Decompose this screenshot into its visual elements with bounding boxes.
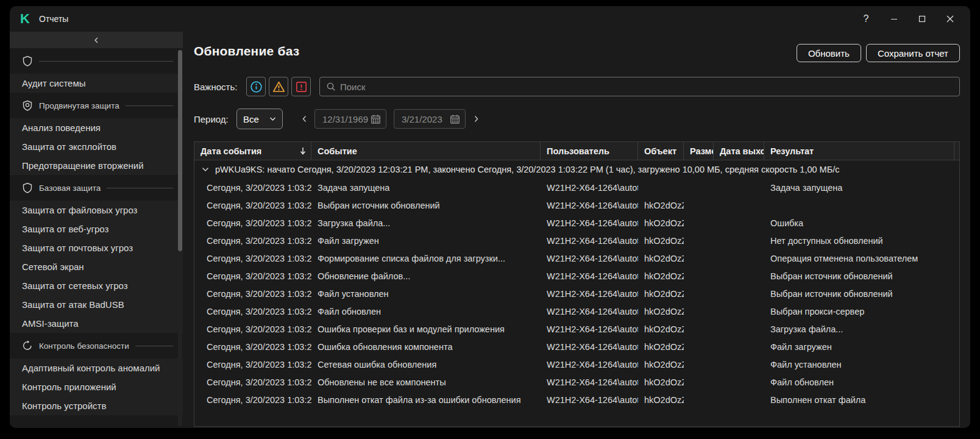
- cell-result: Файл установлен: [770, 360, 842, 369]
- cell-event-date: Сегодня, 3/20/2023 1:03:21 PM: [207, 236, 311, 246]
- cell-result: Файл загружен: [770, 342, 832, 352]
- sidebar-item[interactable]: Защита от почтовых угроз: [10, 238, 183, 257]
- cell-event-date: Сегодня, 3/20/2023 1:03:21 PM: [207, 254, 311, 263]
- column-header-event-date[interactable]: Дата события: [194, 142, 311, 160]
- group-divider-line: [126, 105, 173, 106]
- sidebar-item[interactable]: Сетевой экран: [10, 257, 183, 276]
- column-header-object[interactable]: Объект: [638, 142, 684, 160]
- cell-event-date: Сегодня, 3/20/2023 1:03:21 PM: [207, 324, 311, 334]
- calendar-icon: [371, 114, 381, 124]
- close-icon: [946, 15, 954, 23]
- period-next-button[interactable]: [469, 115, 483, 123]
- severity-info-button[interactable]: [246, 77, 266, 96]
- refresh-button[interactable]: Обновить: [797, 44, 861, 62]
- maximize-button[interactable]: [908, 6, 936, 32]
- table-row[interactable]: Сегодня, 3/20/2023 1:03:21 PM Обновлены …: [194, 373, 959, 391]
- minimize-icon: [890, 15, 898, 23]
- minimize-button[interactable]: [880, 6, 908, 32]
- cell-result: Операция отменена пользователем: [770, 254, 918, 263]
- table-row[interactable]: Сегодня, 3/20/2023 1:03:21 PM Формирован…: [194, 249, 959, 267]
- cell-object: hkO2dOzZ: [644, 254, 684, 263]
- sidebar-item[interactable]: Анализ поведения: [10, 118, 183, 137]
- sidebar-group-header: Продвинутая защита: [10, 98, 183, 113]
- column-header-result[interactable]: Результат: [764, 142, 954, 160]
- page-title: Обновление баз: [194, 44, 299, 59]
- sidebar-item[interactable]: Защита от атак BadUSB: [10, 295, 183, 314]
- table-row[interactable]: Сегодня, 3/20/2023 1:03:21 PM Файл загру…: [194, 232, 959, 249]
- table-row[interactable]: Сегодня, 3/20/2023 1:03:21 PM Ошибка обн…: [194, 338, 959, 355]
- cell-object: hkO2dOzZ: [644, 201, 684, 210]
- sidebar-item[interactable]: Контроль устройств: [10, 396, 183, 415]
- cell-event: Загрузка файла...: [318, 218, 390, 228]
- cell-user: W21H2-X64-1264\autotester: [547, 271, 638, 281]
- cell-object: hkO2dOzZ: [644, 360, 684, 369]
- sidebar-item[interactable]: Адаптивный контроль аномалий: [10, 359, 183, 377]
- date-to-input[interactable]: 3/21/2023: [394, 109, 466, 129]
- table-row[interactable]: Сегодня, 3/20/2023 1:03:21 PM Сетевая ош…: [194, 355, 959, 373]
- column-header-event[interactable]: Событие: [311, 142, 541, 160]
- period-prev-button[interactable]: [297, 115, 311, 123]
- table-row[interactable]: Сегодня, 3/20/2023 1:03:21 PM Обновление…: [194, 267, 959, 285]
- close-button[interactable]: [936, 6, 964, 32]
- sidebar-scrollbar-thumb[interactable]: [178, 50, 182, 251]
- title-bar: K Отчеты ?: [10, 6, 970, 32]
- column-header-release-date[interactable]: Дата выхода: [714, 142, 764, 160]
- sidebar-item[interactable]: Защита от веб-угроз: [10, 220, 183, 238]
- table-row[interactable]: Сегодня, 3/20/2023 1:03:21 PM Выбран ист…: [194, 196, 959, 214]
- column-header-user[interactable]: Пользователь: [541, 142, 638, 160]
- sidebar-scrollbar[interactable]: [178, 50, 182, 426]
- sidebar-group: Продвинутая защита Анализ поведения Защи…: [10, 98, 183, 175]
- help-button[interactable]: ?: [852, 6, 880, 32]
- table-row[interactable]: Сегодня, 3/20/2023 1:03:21 PM Задача зап…: [194, 179, 959, 196]
- cell-user: W21H2-X64-1264\autotester: [547, 377, 638, 387]
- cell-event: Файл обновлен: [318, 307, 381, 316]
- cell-event-date: Сегодня, 3/20/2023 1:03:21 PM: [207, 377, 311, 387]
- table-row[interactable]: Сегодня, 3/20/2023 1:03:21 PM Выполнен о…: [194, 391, 959, 409]
- sidebar-item[interactable]: Контроль приложений: [10, 377, 183, 396]
- sidebar-collapse-button[interactable]: [10, 32, 183, 48]
- sidebar-group-label: Контроль безопасности: [39, 341, 129, 351]
- column-header-size[interactable]: Размер: [684, 142, 714, 160]
- table-row[interactable]: Сегодня, 3/20/2023 1:03:21 PM Файл устан…: [194, 285, 959, 302]
- date-from-value: 12/31/1969: [322, 114, 368, 124]
- cell-event-date: Сегодня, 3/20/2023 1:03:21 PM: [207, 183, 311, 193]
- save-report-button[interactable]: Сохранить отчет: [866, 44, 960, 62]
- cell-result: Загрузка файла...: [770, 324, 843, 334]
- sidebar-item[interactable]: Аудит системы: [10, 74, 183, 93]
- group-divider-line: [107, 188, 173, 188]
- chevron-down-icon[interactable]: [202, 167, 209, 172]
- cell-object: hkO2dOzZ: [644, 236, 684, 246]
- cell-event-date: Сегодня, 3/20/2023 1:03:21 PM: [207, 218, 311, 228]
- task-group-summary: pWKUa9KS: начато Сегодня, 3/20/2023 12:0…: [215, 165, 839, 174]
- cell-event: Задача запущена: [318, 183, 389, 193]
- sidebar-item[interactable]: Защита от эксплойтов: [10, 137, 183, 156]
- sidebar-item[interactable]: Защита от файловых угроз: [10, 201, 183, 220]
- sidebar-item[interactable]: Предотвращение вторжений: [10, 156, 183, 175]
- sidebar-group-label: Базовая защита: [39, 184, 101, 193]
- date-to-value: 3/21/2023: [402, 114, 442, 124]
- cell-user: W21H2-X64-1264\autotester: [547, 395, 638, 405]
- sidebar-item[interactable]: AMSI-защита: [10, 314, 183, 333]
- task-group-row[interactable]: pWKUa9KS: начато Сегодня, 3/20/2023 12:0…: [194, 160, 959, 179]
- search-input[interactable]: Поиск: [319, 77, 960, 96]
- kaspersky-logo-icon: K: [18, 12, 32, 26]
- group-divider-line: [39, 61, 173, 62]
- table-row[interactable]: Сегодня, 3/20/2023 1:03:21 PM Ошибка про…: [194, 320, 959, 338]
- period-preset-select[interactable]: Все: [236, 109, 283, 129]
- severity-critical-button[interactable]: [291, 77, 311, 96]
- sidebar-group: Аудит системы: [10, 54, 183, 93]
- cell-user: W21H2-X64-1264\autotester: [547, 360, 638, 369]
- date-from-input[interactable]: 12/31/1969: [314, 109, 386, 129]
- cell-event-date: Сегодня, 3/20/2023 1:03:21 PM: [207, 201, 311, 210]
- sidebar-item[interactable]: Защита от сетевых угроз: [10, 276, 183, 295]
- search-placeholder: Поиск: [340, 82, 366, 92]
- table-row[interactable]: Сегодня, 3/20/2023 1:03:21 PM Файл обнов…: [194, 302, 959, 320]
- severity-warning-button[interactable]: [269, 77, 288, 96]
- table-header-row: Дата события Событие Пользователь Объект…: [194, 142, 959, 160]
- cell-user: W21H2-X64-1264\autotester: [547, 307, 638, 316]
- cell-event: Формирование списка файлов для загрузки.…: [318, 254, 505, 263]
- cell-event: Обновлены не все компоненты: [318, 377, 446, 387]
- table-row[interactable]: Сегодня, 3/20/2023 1:03:21 PM Загрузка ф…: [194, 214, 959, 232]
- importance-label: Важность:: [194, 82, 246, 92]
- chevron-right-icon: [474, 115, 479, 123]
